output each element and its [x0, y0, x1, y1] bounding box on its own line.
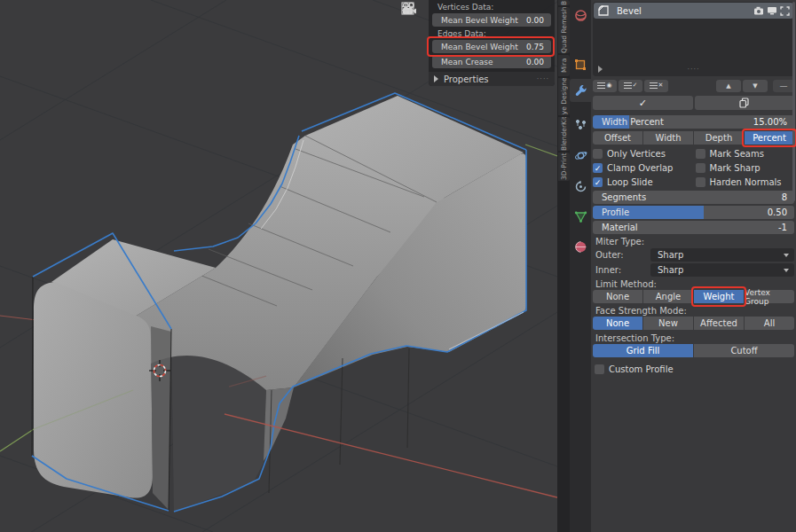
- face-strength-new-button[interactable]: New: [643, 317, 693, 330]
- modifier-name: Bevel: [617, 6, 642, 16]
- move-modifier-down-button[interactable]: ▼: [743, 80, 768, 92]
- edge-mean-bevel-weight-field[interactable]: Mean Bevel Weight 0.75: [432, 40, 551, 53]
- sidebar-tab-partial[interactable]: B: [558, 0, 570, 5]
- checkbox-icon: [595, 364, 604, 374]
- inner-miter-dropdown[interactable]: Sharp: [650, 263, 794, 277]
- intersection-type-segment: Grid Fill Cutoff: [593, 344, 794, 357]
- panel-grip[interactable]: ····: [537, 75, 549, 83]
- item-data-panel: Vertices Data: Mean Bevel Weight 0.00 Ed…: [429, 0, 555, 86]
- sidebar-tab-eye-designer[interactable]: Eye Designer: [558, 78, 570, 115]
- render-visibility-icon[interactable]: [753, 6, 764, 15]
- particles-icon: [574, 118, 587, 131]
- constraints-icon: [574, 180, 587, 193]
- custom-profile-checkbox[interactable]: Custom Profile: [595, 363, 794, 376]
- sidebar-tab-quad-remesh[interactable]: Quad Remesh: [558, 7, 570, 53]
- intersection-grid-fill-button[interactable]: Grid Fill: [593, 344, 693, 357]
- width-type-depth-button[interactable]: Depth: [694, 131, 744, 145]
- material-index-slider[interactable]: Material -1: [593, 221, 794, 234]
- checkbox-icon: [696, 163, 705, 173]
- apply-modifier-button[interactable]: ✓: [593, 96, 693, 110]
- width-type-percent-button[interactable]: Percent: [745, 131, 794, 145]
- list-lines-icon: [597, 85, 605, 87]
- enable-all-button[interactable]: ✓: [619, 80, 642, 92]
- x-icon: ✕: [658, 82, 664, 89]
- physics-properties-tab[interactable]: [570, 144, 591, 167]
- modifier-list-item-bevel[interactable]: Bevel: [594, 3, 793, 19]
- panel-scrollbar[interactable]: [792, 2, 795, 201]
- outer-miter-dropdown[interactable]: Sharp: [650, 248, 794, 262]
- limit-none-button[interactable]: None: [593, 290, 642, 303]
- remove-modifier-button[interactable]: —: [773, 80, 794, 92]
- list-lines-icon: [624, 85, 632, 87]
- mark-sharp-checkbox[interactable]: Mark Sharp: [696, 161, 795, 175]
- face-strength-segment: None New Affected All: [593, 317, 794, 330]
- properties-collapse-header[interactable]: Properties ····: [429, 72, 555, 86]
- chevron-down-icon: [784, 269, 789, 272]
- duplicate-modifier-button[interactable]: [695, 96, 795, 110]
- bevel-toggle-grid: Only Vertices Mark Seams ✓ Clamp Overlap…: [593, 147, 794, 189]
- modifier-list-toolbar: ◉ ✓ ✕ ▲ ▼ —: [593, 79, 794, 92]
- constraint-properties-tab[interactable]: [570, 175, 591, 198]
- width-type-offset-button[interactable]: Offset: [593, 131, 642, 145]
- vertex-mean-bevel-weight-field[interactable]: Mean Bevel Weight 0.00: [432, 13, 551, 27]
- clamp-overlap-checkbox[interactable]: ✓ Clamp Overlap: [593, 161, 692, 175]
- toggle-visibility-all-button[interactable]: ◉: [593, 80, 617, 92]
- list-lines-icon: [650, 85, 658, 87]
- outer-miter-label: Outer:: [593, 250, 650, 260]
- intersection-cutoff-button[interactable]: Cutoff: [694, 344, 794, 357]
- only-vertices-checkbox[interactable]: Only Vertices: [593, 147, 692, 160]
- object-icon: [574, 59, 587, 71]
- move-modifier-up-button[interactable]: ▲: [716, 80, 741, 92]
- 3d-viewport[interactable]: Vertices Data: Mean Bevel Weight 0.00 Ed…: [0, 0, 557, 532]
- list-resize-grip[interactable]: ····: [593, 66, 794, 74]
- segments-slider[interactable]: Segments 8: [593, 191, 794, 204]
- inner-miter-label: Inner:: [593, 265, 650, 275]
- loop-slide-checkbox[interactable]: ✓ Loop Slide: [593, 176, 692, 189]
- width-type-width-button[interactable]: Width: [643, 131, 693, 145]
- checkbox-icon: [696, 149, 705, 159]
- limit-angle-button[interactable]: Angle: [643, 290, 693, 303]
- sidebar-tab-blenderkit[interactable]: BlenderKit: [558, 117, 570, 151]
- chevron-down-icon: [784, 254, 789, 257]
- grid-icon[interactable]: [401, 21, 422, 41]
- face-strength-affected-button[interactable]: Affected: [694, 317, 744, 330]
- width-percent-slider[interactable]: Width Percent 15.00%: [593, 115, 794, 129]
- properties-tab-strip: [570, 0, 591, 532]
- mesh-object[interactable]: [32, 93, 526, 512]
- eye-icon: ◉: [606, 82, 611, 89]
- modifier-properties-panel: Bevel ····: [591, 0, 796, 532]
- limit-vertex-group-button[interactable]: Vertex Group: [745, 290, 794, 303]
- disable-all-button[interactable]: ✕: [644, 80, 668, 92]
- width-type-segment: Offset Width Depth Percent: [593, 131, 794, 145]
- checkbox-checked-icon: ✓: [593, 163, 603, 173]
- harden-normals-checkbox[interactable]: Harden Normals: [696, 176, 795, 189]
- wrench-icon: [574, 84, 587, 98]
- world-properties-tab[interactable]: [570, 4, 591, 27]
- check-icon: ✓: [633, 82, 638, 89]
- face-strength-none-button[interactable]: None: [593, 317, 642, 330]
- material-properties-tab[interactable]: [570, 235, 591, 258]
- copy-icon: [739, 98, 749, 108]
- modifier-stack-list[interactable]: Bevel ····: [593, 2, 794, 76]
- mean-crease-field[interactable]: Mean Crease 0.00: [432, 55, 551, 68]
- face-strength-all-button[interactable]: All: [745, 317, 794, 330]
- checkbox-icon: [593, 149, 603, 159]
- object-data-properties-tab[interactable]: [570, 205, 591, 228]
- particle-properties-tab[interactable]: [570, 113, 591, 136]
- edit-mode-display-icon[interactable]: [780, 6, 790, 16]
- limit-weight-button[interactable]: Weight: [694, 290, 744, 303]
- viewport-sidebar-tabstrip: B Quad Remesh Mira Eye Designer BlenderK…: [557, 0, 570, 532]
- object-properties-tab[interactable]: [570, 53, 591, 76]
- mark-seams-checkbox[interactable]: Mark Seams: [696, 147, 795, 160]
- sidebar-tab-3d-print[interactable]: 3D-Print: [558, 153, 570, 181]
- viewport-visibility-icon[interactable]: [767, 6, 777, 15]
- modifier-properties-tab[interactable]: [570, 79, 591, 102]
- profile-slider[interactable]: Profile 0.50: [593, 206, 794, 219]
- sidebar-tab-mira[interactable]: Mira: [558, 55, 570, 76]
- object-data-icon: [574, 210, 587, 223]
- vertices-data-heading: Vertices Data:: [432, 2, 551, 12]
- intersection-type-heading: Intersection Type:: [593, 333, 794, 343]
- edges-data-heading: Edges Data:: [432, 28, 551, 39]
- world-icon: [574, 9, 587, 22]
- face-strength-heading: Face Strength Mode:: [593, 306, 794, 316]
